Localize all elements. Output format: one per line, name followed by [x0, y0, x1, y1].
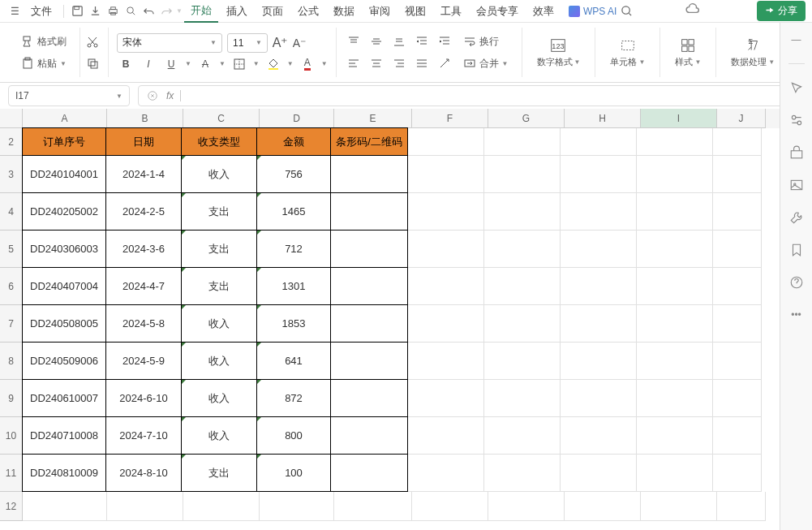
menu-data[interactable]: 数据 [327, 1, 361, 22]
cell[interactable]: 2024-5-8 [105, 304, 182, 343]
fx-icon[interactable]: fx [166, 90, 174, 101]
cell[interactable]: DD240508005 [22, 304, 106, 343]
cell[interactable]: 支出 [181, 192, 257, 231]
cell[interactable] [412, 492, 488, 521]
orientation-icon[interactable] [436, 55, 453, 71]
redo-icon[interactable] [158, 3, 174, 19]
cell[interactable]: DD240205002 [22, 192, 106, 231]
cell[interactable] [713, 268, 762, 305]
cell[interactable] [561, 417, 637, 455]
underline-icon[interactable]: U [162, 56, 180, 72]
paste-button[interactable]: 粘贴▼ [16, 54, 71, 73]
cell[interactable]: 收入 [181, 416, 257, 455]
cell[interactable]: 支出 [181, 267, 257, 305]
cell[interactable] [330, 304, 408, 343]
row-header[interactable]: 10 [0, 417, 23, 455]
col-header-H[interactable]: H [565, 109, 641, 128]
cell[interactable]: 872 [256, 379, 331, 417]
cell[interactable] [408, 268, 484, 305]
col-header-C[interactable]: C [183, 109, 260, 128]
cell[interactable]: 712 [256, 230, 331, 268]
cut-icon[interactable] [85, 35, 100, 50]
cell[interactable] [484, 343, 561, 380]
cell[interactable] [408, 305, 484, 343]
cell[interactable] [561, 343, 637, 380]
sidebar-help-icon[interactable] [788, 274, 806, 291]
italic-icon[interactable]: I [140, 56, 157, 72]
cell[interactable]: DD240710008 [22, 416, 106, 455]
strike-icon[interactable]: A [196, 56, 214, 72]
cell[interactable]: 收入 [181, 342, 257, 380]
justify-icon[interactable] [413, 55, 431, 71]
name-box[interactable]: I17▼ [8, 85, 130, 106]
cell[interactable]: DD240509006 [22, 342, 106, 380]
cell[interactable] [713, 156, 762, 193]
cell[interactable] [637, 380, 713, 417]
cell[interactable] [408, 128, 484, 156]
cell[interactable] [330, 267, 408, 305]
export-icon[interactable] [87, 3, 103, 19]
copy-icon[interactable] [85, 56, 100, 71]
sidebar-settings-icon[interactable] [788, 111, 806, 129]
share-button[interactable]: 分享 [757, 1, 806, 21]
menu-page[interactable]: 页面 [256, 1, 290, 22]
cell[interactable] [637, 231, 713, 268]
cell[interactable] [330, 379, 408, 417]
cell[interactable]: 收入 [181, 304, 257, 343]
menu-start[interactable]: 开始 [184, 0, 218, 23]
cloud-icon[interactable] [685, 2, 700, 19]
cell[interactable] [484, 268, 561, 305]
formula-input[interactable]: fx [138, 85, 804, 106]
cell[interactable]: DD240104001 [22, 155, 106, 193]
cell[interactable]: 2024-2-5 [105, 192, 182, 231]
cell[interactable] [713, 343, 762, 380]
cell[interactable] [330, 416, 408, 455]
col-header-D[interactable]: D [260, 109, 334, 128]
row-header[interactable]: 3 [0, 156, 23, 193]
cell[interactable] [637, 417, 713, 455]
cell[interactable] [637, 343, 713, 380]
row-header[interactable]: 5 [0, 231, 23, 268]
col-header-F[interactable]: F [412, 109, 488, 128]
number-format-button[interactable]: 123 数字格式▼ [531, 33, 587, 71]
cell[interactable] [330, 454, 408, 492]
cell[interactable]: 1853 [256, 304, 331, 343]
cell[interactable] [408, 193, 484, 231]
menu-hamburger-icon[interactable]: ☰ [6, 3, 23, 19]
cell[interactable] [334, 492, 412, 521]
wps-ai-button[interactable]: WPS AI [569, 6, 617, 17]
col-header-A[interactable]: A [23, 109, 107, 128]
row-header[interactable]: 7 [0, 305, 23, 343]
cell[interactable] [637, 455, 713, 492]
cell[interactable] [717, 492, 766, 521]
cell[interactable]: 2024-5-9 [105, 342, 182, 380]
cell[interactable]: DD240610007 [22, 379, 106, 417]
cell[interactable] [330, 342, 408, 380]
cell[interactable] [713, 193, 762, 231]
menu-eff[interactable]: 效率 [526, 1, 561, 22]
row-header[interactable]: 2 [0, 128, 23, 156]
sidebar-tools-icon[interactable] [788, 209, 806, 226]
increase-indent-icon[interactable] [436, 33, 453, 50]
undo-icon[interactable] [140, 3, 157, 19]
merge-button[interactable]: 合并▼ [458, 54, 513, 73]
cell[interactable] [713, 417, 762, 455]
fill-color-icon[interactable] [264, 56, 282, 72]
preview-icon[interactable] [122, 3, 139, 19]
align-bottom-icon[interactable] [390, 33, 408, 50]
row-header[interactable]: 12 [0, 492, 23, 521]
cell[interactable] [484, 128, 561, 156]
menu-tools[interactable]: 工具 [434, 1, 468, 22]
cell[interactable] [408, 417, 484, 455]
sidebar-bookmark-icon[interactable] [788, 241, 806, 259]
cell[interactable] [183, 492, 260, 521]
font-color-icon[interactable]: A [299, 56, 316, 72]
cell[interactable] [330, 155, 408, 193]
decrease-indent-icon[interactable] [413, 33, 431, 50]
cell[interactable]: 收入 [181, 379, 257, 417]
row-header[interactable]: 11 [0, 455, 23, 492]
cell[interactable]: 641 [256, 342, 331, 380]
cell[interactable]: DD240407004 [22, 267, 106, 305]
cell[interactable]: DD240306003 [22, 230, 106, 268]
cell[interactable]: 收入 [181, 155, 257, 193]
